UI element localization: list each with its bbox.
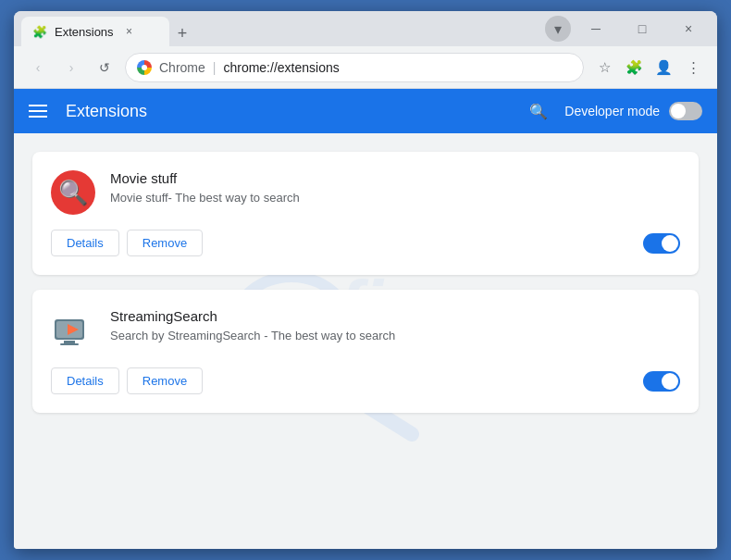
extension-card-bottom: Details Remove bbox=[51, 230, 680, 256]
svg-rect-7 bbox=[64, 341, 75, 343]
tab-title: Extensions bbox=[55, 25, 114, 39]
extension-card-top: 🔍 Movie stuff Movie stuff- The best way … bbox=[51, 170, 680, 215]
puzzle-icon: 🧩 bbox=[32, 25, 47, 39]
address-actions: ☆ 🧩 👤 ⋮ bbox=[591, 55, 706, 81]
streaming-search-remove-button[interactable]: Remove bbox=[127, 367, 203, 394]
tab-bar: 🧩 Extensions × + bbox=[21, 11, 541, 46]
extension-description: Movie stuff- The best way to search bbox=[110, 190, 300, 206]
window-controls: ─ □ × bbox=[575, 15, 710, 43]
movie-stuff-enable-toggle[interactable] bbox=[643, 233, 680, 254]
extension-name: StreamingSearch bbox=[110, 308, 395, 324]
url-bar[interactable]: Chrome | chrome://extensions bbox=[125, 53, 584, 82]
movie-stuff-remove-button[interactable]: Remove bbox=[127, 230, 203, 256]
chrome-site-icon bbox=[137, 60, 152, 75]
close-button[interactable]: × bbox=[667, 15, 710, 43]
extension-name: Movie stuff bbox=[110, 170, 300, 186]
chrome-menu-button[interactable]: ⋮ bbox=[680, 55, 706, 81]
extension-card-bottom: Details Remove bbox=[51, 367, 680, 394]
movie-stuff-icon: 🔍 bbox=[51, 170, 95, 215]
forward-button[interactable]: › bbox=[58, 55, 84, 81]
movie-stuff-toggle-container bbox=[643, 233, 680, 254]
search-icon[interactable]: 🔍 bbox=[529, 103, 548, 120]
browser-window: 🧩 Extensions × + ▾ ─ □ × bbox=[14, 11, 717, 549]
developer-mode-toggle[interactable] bbox=[669, 102, 702, 120]
extension-card-movie-stuff: 🔍 Movie stuff Movie stuff- The best way … bbox=[32, 152, 699, 275]
new-tab-button[interactable]: + bbox=[169, 20, 195, 46]
extension-card-top: StreamingSearch Search by StreamingSearc… bbox=[51, 308, 680, 353]
bookmark-button[interactable]: ☆ bbox=[591, 55, 617, 81]
title-bar: 🧩 Extensions × + ▾ ─ □ × bbox=[14, 11, 717, 46]
extension-description: Search by StreamingSearch - The best way… bbox=[110, 328, 395, 344]
streaming-search-icon bbox=[51, 308, 95, 353]
extension-info: StreamingSearch Search by StreamingSearc… bbox=[110, 308, 395, 344]
extension-card-streaming-search: StreamingSearch Search by StreamingSearc… bbox=[32, 290, 699, 413]
tab-favicon: 🧩 bbox=[32, 24, 47, 39]
address-bar: ‹ › ↺ Chrome | chrome://extensions ☆ 🧩 👤 bbox=[14, 46, 717, 89]
minimize-button[interactable]: ─ bbox=[575, 15, 617, 43]
streaming-search-toggle-container bbox=[643, 371, 680, 392]
back-button[interactable]: ‹ bbox=[25, 55, 51, 81]
developer-mode-section: 🔍 Developer mode bbox=[529, 102, 702, 120]
profile-dropdown-button[interactable]: ▾ bbox=[545, 16, 571, 42]
extension-info: Movie stuff Movie stuff- The best way to… bbox=[110, 170, 300, 206]
site-name-text: Chrome bbox=[159, 60, 205, 75]
extensions-header: Extensions 🔍 Developer mode bbox=[14, 89, 717, 133]
url-separator: | bbox=[213, 60, 217, 75]
maximize-button[interactable]: □ bbox=[621, 15, 663, 43]
movie-stuff-details-button[interactable]: Details bbox=[51, 230, 119, 256]
streaming-search-enable-toggle[interactable] bbox=[643, 371, 680, 392]
extensions-content: fix 🔍 Movie stuff Movie stuff- The best … bbox=[14, 133, 717, 549]
hamburger-menu-button[interactable] bbox=[29, 105, 47, 118]
streaming-search-details-button[interactable]: Details bbox=[51, 367, 119, 394]
extensions-button[interactable]: 🧩 bbox=[621, 55, 647, 81]
active-tab[interactable]: 🧩 Extensions × bbox=[21, 17, 169, 46]
tab-close-button[interactable]: × bbox=[121, 23, 138, 40]
refresh-button[interactable]: ↺ bbox=[92, 55, 118, 81]
svg-rect-8 bbox=[60, 343, 79, 345]
extensions-page-title: Extensions bbox=[66, 102, 529, 121]
profile-button[interactable]: 👤 bbox=[650, 55, 676, 81]
developer-mode-label: Developer mode bbox=[564, 104, 660, 118]
url-text: chrome://extensions bbox=[223, 60, 339, 75]
